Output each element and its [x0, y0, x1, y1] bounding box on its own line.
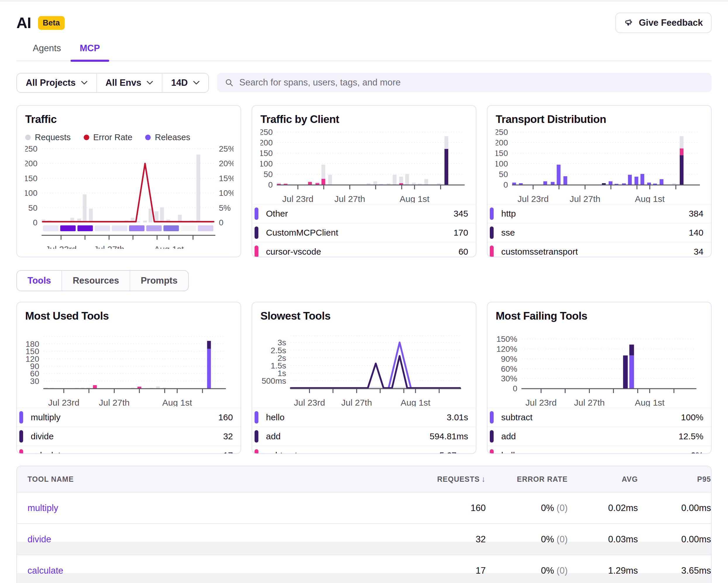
p95-value: 0.00ms — [681, 534, 711, 544]
most-failing-tools-card: Most Failing Tools 030%60%90%120%150%Jul… — [487, 302, 711, 454]
chart-title: Traffic — [25, 113, 232, 126]
most-used-tools-card: Most Used Tools 306090120150180Jul 23rdJ… — [17, 302, 241, 454]
mcp-section-tabs: Tools Resources Prompts — [17, 270, 189, 291]
series-color-chip — [19, 430, 23, 442]
svg-text:0: 0 — [33, 218, 37, 227]
series-color-chip — [490, 449, 494, 454]
legend-row-hello[interactable]: hello 3.01s — [252, 408, 476, 427]
tab-tools[interactable]: Tools — [17, 271, 61, 290]
svg-text:100: 100 — [25, 188, 37, 198]
chart-title: Transport Distribution — [496, 113, 703, 126]
tool-link-divide[interactable]: divide — [17, 534, 401, 544]
table-row: calculate 17 0% (0) 1.29ms 3.65ms — [17, 555, 711, 583]
search-bar[interactable] — [217, 73, 711, 92]
tools-cards-row: Most Used Tools 306090120150180Jul 23rdJ… — [0, 291, 728, 454]
tab-agents[interactable]: Agents — [23, 43, 71, 60]
svg-text:Jul 27th: Jul 27th — [94, 244, 124, 249]
legend-row-hello[interactable]: hello 0% — [488, 446, 711, 454]
svg-text:50: 50 — [28, 203, 37, 212]
env-filter-dropdown[interactable]: All Envs — [96, 73, 162, 92]
legend-error-rate[interactable]: Error Rate — [84, 133, 133, 142]
svg-text:Jul 23rd: Jul 23rd — [525, 398, 557, 407]
legend-row-customssetransport[interactable]: customssetransport 34 — [488, 242, 711, 257]
svg-text:150: 150 — [260, 149, 273, 158]
traffic-legend: Requests Error Rate Releases — [25, 133, 232, 142]
project-filter-dropdown[interactable]: All Projects — [17, 73, 96, 92]
tab-prompts[interactable]: Prompts — [130, 271, 188, 290]
chart-title: Slowest Tools — [260, 310, 468, 322]
series-color-chip — [490, 430, 494, 442]
p95-value: 3.65ms — [681, 565, 711, 576]
legend-row-add[interactable]: add 594.81ms — [252, 427, 476, 446]
svg-text:100: 100 — [260, 159, 273, 168]
col-p95[interactable]: P95 — [697, 475, 711, 483]
svg-text:3s: 3s — [277, 338, 286, 347]
col-avg[interactable]: AVG — [622, 475, 638, 483]
requests-dot-icon — [25, 135, 31, 140]
legend-row-multiply[interactable]: multiply 160 — [17, 408, 240, 427]
tool-link-multiply[interactable]: multiply — [17, 503, 401, 513]
svg-text:Jul 27th: Jul 27th — [341, 398, 372, 407]
legend-row-subtract[interactable]: subtract 5.67ms — [252, 446, 476, 454]
svg-text:Aug 1st: Aug 1st — [400, 398, 431, 407]
col-requests[interactable]: REQUESTS↓ — [437, 475, 486, 484]
legend-releases[interactable]: Releases — [145, 133, 190, 142]
svg-text:120%: 120% — [496, 345, 517, 354]
svg-text:150: 150 — [496, 149, 508, 158]
chevron-down-icon — [81, 81, 87, 85]
col-error-rate[interactable]: ERROR RATE — [517, 475, 568, 483]
svg-text:200: 200 — [260, 138, 273, 147]
page-header: AI Beta Give Feedback Agents MCP — [0, 1, 728, 61]
series-color-chip — [255, 207, 258, 220]
error-rate-value: 0% (0) — [541, 565, 568, 576]
traffic-chart: 05010015020025005%10%15%20%25%Jul 23rdJu… — [25, 146, 232, 250]
series-color-chip — [255, 246, 258, 257]
svg-text:Jul 27th: Jul 27th — [334, 194, 365, 203]
page-title: AI — [17, 14, 31, 32]
client-legend-list: Other 345 CustomMCPClient 170 cursor-vsc… — [252, 204, 476, 257]
svg-text:Aug 1st: Aug 1st — [400, 194, 430, 203]
megaphone-icon — [624, 18, 634, 28]
traffic-card: Traffic Requests Error Rate Releases 050… — [17, 105, 241, 257]
chevron-down-icon — [147, 81, 153, 85]
legend-row-calculate[interactable]: calculate 17 — [17, 446, 240, 454]
legend-row-custommcpclient[interactable]: CustomMCPClient 170 — [252, 223, 476, 242]
legend-row-cursor-vscode[interactable]: cursor-vscode 60 — [252, 242, 476, 257]
svg-text:60%: 60% — [501, 364, 517, 374]
svg-text:Jul 23rd: Jul 23rd — [45, 244, 77, 249]
legend-row-add[interactable]: add 12.5% — [488, 427, 711, 446]
svg-text:0: 0 — [503, 180, 508, 189]
error-rate-value: 0% (0) — [541, 503, 568, 513]
p95-value: 0.00ms — [681, 503, 711, 513]
slowest-tools-chart: 500ms1s1.5s2s2.5s3sJul 23rdJul 27thAug 1… — [260, 333, 468, 408]
error-rate-dot-icon — [84, 135, 89, 140]
svg-text:90%: 90% — [501, 354, 517, 363]
legend-row-http[interactable]: http 384 — [488, 204, 711, 223]
legend-row-divide[interactable]: divide 32 — [17, 427, 240, 446]
tab-mcp[interactable]: MCP — [71, 43, 109, 60]
table-row: divide 32 0% (0) 0.03ms 0.00ms — [17, 523, 711, 555]
col-tool-name[interactable]: TOOL NAME — [17, 475, 401, 483]
tab-resources[interactable]: Resources — [61, 271, 130, 290]
svg-text:Aug 1st: Aug 1st — [635, 194, 665, 203]
svg-text:180: 180 — [25, 339, 39, 349]
page-filters: All Projects All Envs 14D — [17, 73, 209, 93]
svg-text:20%: 20% — [219, 159, 234, 168]
tool-link-calculate[interactable]: calculate — [17, 565, 401, 576]
slowest-tools-card: Slowest Tools 500ms1s1.5s2s2.5s3sJul 23r… — [252, 302, 476, 454]
avg-value: 0.02ms — [608, 503, 638, 513]
give-feedback-button[interactable]: Give Feedback — [615, 12, 711, 33]
legend-row-subtract[interactable]: subtract 100% — [488, 408, 711, 427]
legend-requests[interactable]: Requests — [25, 133, 71, 142]
series-color-chip — [255, 411, 258, 424]
legend-row-sse[interactable]: sse 140 — [488, 223, 711, 242]
svg-text:200: 200 — [496, 138, 508, 147]
svg-text:150: 150 — [25, 174, 37, 183]
requests-value: 17 — [476, 565, 486, 576]
date-range-dropdown[interactable]: 14D — [162, 73, 208, 92]
slowest-legend-list: hello 3.01s add 594.81ms subtract 5.67ms — [252, 408, 476, 454]
legend-row-other[interactable]: Other 345 — [252, 204, 476, 223]
requests-value: 32 — [476, 534, 486, 544]
transport-distribution-chart: 050100150200250Jul 23rdJul 27thAug 1st — [496, 129, 703, 204]
search-input[interactable] — [239, 77, 704, 88]
